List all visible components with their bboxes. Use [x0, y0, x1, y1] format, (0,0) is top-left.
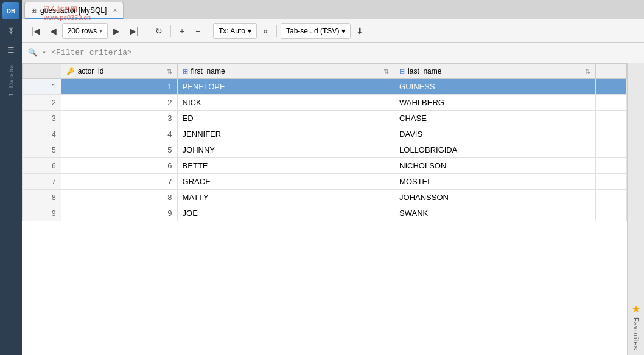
toolbar-sep-1 [147, 25, 147, 37]
col-header-last-name[interactable]: ⊞ last_name ⇅ [394, 64, 596, 79]
row-number-cell: 1 [23, 79, 61, 95]
first-row-btn[interactable]: |◀ [27, 22, 44, 40]
extra-cell [596, 95, 627, 111]
filter-criteria-text[interactable]: <Filter criteria> [51, 48, 132, 57]
actor-id-cell: 9 [61, 205, 177, 221]
prev-row-btn[interactable]: ◀ [46, 22, 61, 40]
row-number-cell: 3 [23, 111, 61, 126]
download-btn[interactable]: ⬇ [352, 22, 368, 40]
filter-search-icon: 🔍 [28, 48, 37, 57]
tab-close-btn[interactable]: × [113, 6, 117, 15]
add-row-btn[interactable]: + [175, 22, 189, 40]
table-row[interactable]: 99JOESWANK [23, 205, 627, 221]
last-row-btn[interactable]: ▶| [125, 22, 143, 40]
key-icon: 🔑 [66, 67, 75, 75]
right-sidebar: ★ Favorites [627, 63, 644, 355]
table-row[interactable]: 33EDCHASE [23, 111, 627, 126]
last-name-cell: JOHANSSON [394, 190, 596, 205]
tab-bar: ⊞ guest.actor [MySQL] × 迅车软件网 www.pc0359… [22, 0, 644, 19]
table-header-row: 🔑 actor_id ⇅ ⊞ firs [23, 64, 627, 79]
tab-active-indicator [25, 18, 123, 19]
refresh-btn[interactable]: ↻ [151, 22, 167, 40]
first-name-cell: BETTE [177, 158, 394, 174]
favorites-label: Favorites [632, 317, 640, 350]
table-row[interactable]: 55JOHNNYLOLLOBRIGIDA [23, 142, 627, 158]
remove-row-btn[interactable]: − [191, 22, 205, 40]
table-row[interactable]: 22NICKWAHLBERG [23, 95, 627, 111]
actor-id-cell: 4 [61, 126, 177, 142]
actor-id-cell: 3 [61, 111, 177, 126]
actor-id-cell: 5 [61, 142, 177, 158]
extra-cell [596, 205, 627, 221]
rows-dropdown-arrow: ▾ [99, 27, 102, 34]
last-name-grid-icon: ⊞ [399, 67, 405, 75]
favorites-star-icon: ★ [632, 303, 640, 315]
tab-guest-actor[interactable]: ⊞ guest.actor [MySQL] × [24, 2, 124, 19]
last-name-cell: WAHLBERG [394, 95, 596, 111]
main-area: 🔑 actor_id ⇅ ⊞ firs [22, 63, 644, 355]
row-number-cell: 2 [23, 95, 61, 111]
first-name-sort-icon[interactable]: ⇅ [383, 67, 389, 75]
col-last-name-label: last_name [408, 67, 441, 75]
last-name-cell: GUINESS [394, 79, 596, 95]
first-name-grid-icon: ⊞ [183, 67, 188, 75]
extra-cell [596, 158, 627, 174]
last-name-cell: DAVIS [394, 126, 596, 142]
chrome-btn-db[interactable]: 🗄 [2, 23, 19, 40]
col-header-first-name[interactable]: ⊞ first_name ⇅ [177, 64, 394, 79]
actor-id-sort-icon[interactable]: ⇅ [167, 67, 172, 75]
col-header-rownum [23, 64, 61, 79]
last-name-cell: LOLLOBRIGIDA [394, 142, 596, 158]
rows-selector[interactable]: 200 rows ▾ [62, 23, 108, 39]
row-number-cell: 6 [23, 158, 61, 174]
actor-id-cell: 7 [61, 174, 177, 190]
more-btn[interactable]: » [258, 22, 273, 40]
tsv-label: Tab-se...d (TSV) [286, 27, 339, 35]
table-row[interactable]: 11PENELOPEGUINESS [23, 79, 627, 95]
col-header-actor-id[interactable]: 🔑 actor_id ⇅ [61, 64, 177, 79]
tx-label: Tx: Auto [219, 27, 245, 35]
row-number-cell: 7 [23, 174, 61, 190]
table-row[interactable]: 44JENNIFERDAVIS [23, 126, 627, 142]
last-name-sort-icon[interactable]: ⇅ [585, 67, 590, 75]
actor-id-cell: 2 [61, 95, 177, 111]
tsv-selector[interactable]: Tab-se...d (TSV) ▾ [281, 23, 351, 39]
chrome-btn-menu[interactable]: ☰ [2, 41, 19, 58]
table-row[interactable]: 66BETTENICHOLSON [23, 158, 627, 174]
col-header-extra [596, 64, 627, 79]
last-name-cell: SWANK [394, 205, 596, 221]
filter-q-icon: ▾ [42, 48, 46, 57]
tab-grid-icon: ⊞ [31, 7, 37, 15]
table-body: 11PENELOPEGUINESS22NICKWAHLBERG33EDCHASE… [23, 79, 627, 221]
tx-arrow: ▾ [248, 27, 251, 35]
filter-bar: 🔍 ▾ <Filter criteria> [22, 43, 644, 63]
col-first-name-label: first_name [191, 67, 225, 75]
row-number-cell: 5 [23, 142, 61, 158]
extra-cell [596, 142, 627, 158]
sidebar-label: 1: Databa [8, 64, 15, 96]
data-table: 🔑 actor_id ⇅ ⊞ firs [22, 63, 627, 221]
first-name-cell: JOE [177, 205, 394, 221]
first-name-cell: JOHNNY [177, 142, 394, 158]
row-number-cell: 8 [23, 190, 61, 205]
next-row-btn[interactable]: ▶ [109, 22, 124, 40]
extra-cell [596, 111, 627, 126]
last-name-cell: CHASE [394, 111, 596, 126]
actor-id-cell: 6 [61, 158, 177, 174]
app-sidebar: DB 🗄 ☰ 1: Databa [0, 0, 22, 355]
toolbar-sep-2 [170, 25, 171, 37]
toolbar-sep-3 [209, 25, 209, 37]
table-wrapper[interactable]: 🔑 actor_id ⇅ ⊞ firs [22, 63, 627, 355]
first-name-cell: PENELOPE [177, 79, 394, 95]
actor-id-cell: 8 [61, 190, 177, 205]
content-area: ⊞ guest.actor [MySQL] × 迅车软件网 www.pc0359… [22, 0, 644, 355]
app-logo: DB [2, 2, 19, 19]
toolbar: |◀ ◀ 200 rows ▾ ▶ ▶| ↻ + − Tx: Auto ▾ » … [22, 19, 644, 43]
tx-selector[interactable]: Tx: Auto ▾ [213, 23, 257, 39]
app-window: DB 🗄 ☰ 1: Databa ⊞ guest.actor [MySQL] ×… [0, 0, 644, 355]
tab-label: guest.actor [MySQL] [40, 6, 107, 15]
toolbar-sep-4 [276, 25, 277, 37]
row-number-cell: 9 [23, 205, 61, 221]
table-row[interactable]: 77GRACEMOSTEL [23, 174, 627, 190]
table-row[interactable]: 88MATTYJOHANSSON [23, 190, 627, 205]
